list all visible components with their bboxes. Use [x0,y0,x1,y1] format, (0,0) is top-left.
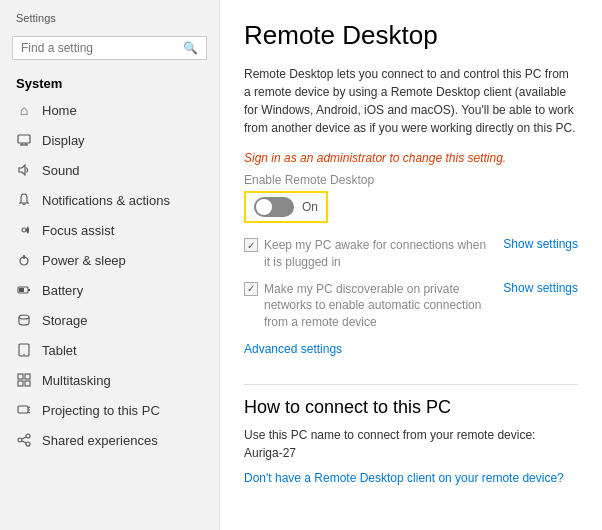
svg-rect-10 [19,288,24,292]
checkbox-keep-awake-label: Keep my PC awake for connections when it… [264,237,489,271]
sidebar-item-notifications[interactable]: Notifications & actions [0,185,219,215]
checkbox-discoverable-label: Make my PC discoverable on private netwo… [264,281,489,331]
sidebar: Settings 🔍 System ⌂ Home Display Sound N… [0,0,220,530]
sidebar-item-focus[interactable]: Focus assist [0,215,219,245]
storage-icon [16,312,32,328]
sound-icon [16,162,32,178]
toggle-knob [256,199,272,215]
section-divider [244,384,578,385]
svg-rect-16 [18,381,23,386]
checkbox-row-2: Make my PC discoverable on private netwo… [244,281,578,331]
svg-point-11 [19,315,29,319]
admin-warning: Sign in as an administrator to change th… [244,151,578,165]
svg-point-24 [26,442,30,446]
sidebar-item-projecting[interactable]: Projecting to this PC [0,395,219,425]
svg-rect-18 [18,406,28,413]
svg-point-5 [22,228,26,232]
svg-line-26 [22,441,26,443]
rdp-client-link[interactable]: Don't have a Remote Desktop client on yo… [244,471,564,485]
sidebar-item-label: Multitasking [42,373,111,388]
how-to-title: How to connect to this PC [244,397,578,418]
sidebar-item-multitasking[interactable]: Multitasking [0,365,219,395]
toggle-label: On [302,200,318,214]
page-title: Remote Desktop [244,20,578,51]
search-icon: 🔍 [183,41,198,55]
advanced-settings-link[interactable]: Advanced settings [244,342,342,356]
home-icon: ⌂ [16,102,32,118]
sidebar-header: Settings [0,0,219,30]
sidebar-item-label: Projecting to this PC [42,403,160,418]
show-settings-link-2[interactable]: Show settings [503,281,578,295]
sidebar-item-display[interactable]: Display [0,125,219,155]
sidebar-item-label: Home [42,103,77,118]
sidebar-item-shared[interactable]: Shared experiences [0,425,219,455]
svg-rect-9 [28,289,30,291]
display-icon [16,132,32,148]
sidebar-item-sound[interactable]: Sound [0,155,219,185]
sidebar-item-storage[interactable]: Storage [0,305,219,335]
search-box[interactable]: 🔍 [12,36,207,60]
svg-point-22 [18,438,22,442]
power-icon [16,252,32,268]
show-settings-link-1[interactable]: Show settings [503,237,578,251]
enable-toggle[interactable] [254,197,294,217]
svg-point-13 [23,354,24,355]
sidebar-item-label: Tablet [42,343,77,358]
svg-rect-0 [18,135,30,143]
checkbox-discoverable[interactable] [244,282,258,296]
svg-marker-4 [19,165,25,175]
sidebar-item-label: Battery [42,283,83,298]
sidebar-item-home[interactable]: ⌂ Home [0,95,219,125]
svg-point-23 [26,434,30,438]
shared-icon [16,432,32,448]
sidebar-item-label: Storage [42,313,88,328]
pc-name: Auriga-27 [244,446,578,460]
sidebar-item-label: Shared experiences [42,433,158,448]
sidebar-item-battery[interactable]: Battery [0,275,219,305]
sidebar-item-label: Focus assist [42,223,114,238]
description: Remote Desktop lets you connect to and c… [244,65,578,137]
sidebar-item-label: Power & sleep [42,253,126,268]
sidebar-item-label: Display [42,133,85,148]
svg-rect-14 [18,374,23,379]
projecting-icon [16,402,32,418]
battery-icon [16,282,32,298]
focus-icon [16,222,32,238]
svg-line-25 [22,437,26,439]
sidebar-item-power[interactable]: Power & sleep [0,245,219,275]
enable-label: Enable Remote Desktop [244,173,578,187]
checkbox-keep-awake[interactable] [244,238,258,252]
search-input[interactable] [21,41,177,55]
main-content: Remote Desktop Remote Desktop lets you c… [220,0,602,530]
multitasking-icon [16,372,32,388]
svg-rect-17 [25,381,30,386]
connect-desc: Use this PC name to connect from your re… [244,428,578,442]
svg-rect-15 [25,374,30,379]
notifications-icon [16,192,32,208]
toggle-row[interactable]: On [244,191,328,223]
sidebar-item-tablet[interactable]: Tablet [0,335,219,365]
sidebar-item-label: Sound [42,163,80,178]
sidebar-section-label: System [0,70,219,95]
sidebar-item-label: Notifications & actions [42,193,170,208]
checkbox-row-1: Keep my PC awake for connections when it… [244,237,578,271]
svg-line-21 [28,412,30,413]
tablet-icon [16,342,32,358]
